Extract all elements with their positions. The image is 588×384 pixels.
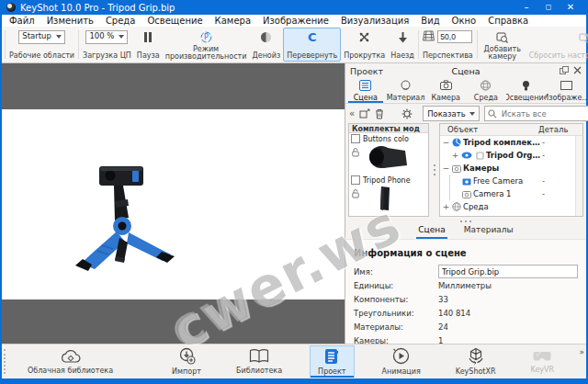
keyshot-model-icon: [452, 138, 461, 147]
ribbon-overflow-button[interactable]: »: [579, 347, 584, 356]
tree-row-label: Camera 1: [473, 189, 511, 198]
perspective-input[interactable]: [437, 30, 472, 43]
column-object[interactable]: Объект: [447, 125, 538, 134]
tree-row-model-set[interactable]: − Tripod комплект модели -: [440, 136, 582, 149]
project-tabs: Сцена Материал Камера Среда Освещение: [345, 78, 586, 104]
scene-subtabs: Сцена Материалы: [345, 225, 586, 239]
library-icon: [249, 348, 269, 366]
menu-environment[interactable]: Среда: [106, 16, 136, 26]
menu-view[interactable]: Вид: [421, 16, 439, 26]
environment-tab-icon: [480, 80, 492, 93]
info-value: 1: [438, 336, 443, 344]
workspaces-dropdown[interactable]: Startup Рабочие области: [6, 28, 77, 62]
minimize-button[interactable]: –: [515, 0, 537, 15]
ribbon-drag-handle[interactable]: [4, 349, 7, 374]
close-button[interactable]: ✕: [560, 0, 582, 15]
expand-icon[interactable]: +: [442, 202, 450, 211]
visibility-eye-icon[interactable]: [461, 152, 472, 159]
tripod-grip-model[interactable]: [72, 164, 182, 283]
splitter-handle[interactable]: [431, 123, 437, 217]
tab-label: Освещение: [506, 94, 547, 102]
lock-icon[interactable]: [352, 185, 359, 202]
horizontal-splitter[interactable]: [345, 217, 586, 225]
collapse-icon[interactable]: −: [442, 164, 450, 173]
tree-row-label: Камеры: [463, 164, 499, 173]
model-sets-header: Комплекты мод: [349, 124, 428, 133]
expand-icon[interactable]: +: [451, 151, 459, 160]
ribbon-item-label: KeyVR: [531, 366, 555, 374]
show-filter-label: Показать: [427, 109, 466, 119]
menu-lighting[interactable]: Освещение: [147, 16, 202, 26]
add-camera-label: Добавить камеру: [481, 46, 524, 61]
tree-row-tripod-organized[interactable]: + Tripod Organized -: [449, 149, 582, 162]
ribbon-item-cloud-library[interactable]: Облачная библиотека: [20, 346, 120, 378]
ribbon-item-import[interactable]: Импорт: [164, 346, 209, 378]
scene-tree-toolbar: « Показать: [345, 104, 586, 123]
tab-environment[interactable]: Среда: [466, 78, 506, 103]
collapse-icon[interactable]: −: [442, 138, 450, 147]
tree-row-label: Среда: [463, 202, 489, 211]
menu-render[interactable]: Визуализация: [341, 16, 409, 26]
tree-row-camera-1[interactable]: Camera 1 -: [449, 187, 582, 200]
model-set-item[interactable]: Buttons colo: [349, 133, 428, 175]
ribbon-item-animation[interactable]: Анимация: [375, 346, 428, 378]
reset-camera-icon: [579, 29, 588, 44]
menu-camera[interactable]: Камера: [215, 16, 251, 26]
ribbon-item-library[interactable]: Библиотека: [229, 346, 289, 378]
performance-mode-button[interactable]: P Режим производительности: [163, 28, 250, 62]
undock-panel-icon[interactable]: [560, 66, 569, 76]
model-set-checkbox[interactable]: [351, 175, 360, 185]
maximize-button[interactable]: ◻: [537, 0, 560, 15]
tree-row-free-camera[interactable]: Free Camera -: [449, 175, 582, 187]
column-detail[interactable]: Деталь: [538, 125, 579, 134]
separator: [418, 30, 419, 59]
info-row-name: Имя:: [354, 265, 578, 278]
dolly-button[interactable]: Наезд: [388, 28, 417, 62]
tab-image[interactable]: Изображе...: [546, 78, 586, 103]
cpu-usage-dropdown[interactable]: 100 % Загрузка ЦП: [80, 28, 134, 62]
tree-row-environment[interactable]: + Среда: [440, 200, 582, 213]
menu-file[interactable]: Файл: [9, 16, 35, 26]
tab-camera[interactable]: Камера: [425, 78, 466, 103]
realtime-viewport[interactable]: [2, 63, 345, 344]
subtab-scene[interactable]: Сцена: [416, 225, 447, 239]
model-set-item[interactable]: Tripod Phone: [349, 175, 428, 216]
import-icon: [178, 347, 196, 367]
ribbon-item-keyshotxr[interactable]: KeyShotXR: [448, 346, 503, 378]
window-controls: – ◻ ✕: [515, 0, 582, 15]
denoise-button[interactable]: Денойз: [249, 28, 283, 62]
pause-button[interactable]: Пауза: [134, 28, 163, 62]
chevron-down-icon: [469, 112, 475, 116]
model-set-checkbox[interactable]: [351, 134, 360, 143]
tab-material[interactable]: Материал: [386, 78, 426, 103]
chevron-down-icon: [119, 35, 124, 39]
menu-edit[interactable]: Изменить: [47, 16, 94, 26]
scene-name-input[interactable]: [438, 265, 578, 278]
delete-icon[interactable]: [375, 108, 384, 119]
lock-icon[interactable]: [352, 143, 359, 161]
tumble-button[interactable]: Прокрутка: [341, 28, 388, 62]
search-box: [484, 106, 588, 121]
add-camera-button[interactable]: Добавить камеру: [479, 28, 526, 62]
close-panel-icon[interactable]: [573, 66, 582, 76]
tree-row-cameras[interactable]: − Камеры: [440, 162, 582, 175]
scrollbar[interactable]: [575, 136, 582, 216]
tab-lighting[interactable]: Освещение: [506, 78, 547, 103]
show-filter-dropdown[interactable]: Показать: [423, 106, 480, 121]
menu-image[interactable]: Изображение: [263, 16, 329, 26]
gear-icon[interactable]: [401, 108, 413, 119]
chevron-down-icon: [56, 35, 62, 39]
search-input[interactable]: [500, 108, 588, 119]
tab-scene[interactable]: Сцена: [345, 78, 386, 103]
ribbon-item-project[interactable]: Проект: [310, 345, 354, 378]
subtab-materials[interactable]: Материалы: [462, 225, 515, 239]
info-value: 33: [438, 295, 448, 304]
add-model-set-icon[interactable]: [359, 108, 370, 119]
menu-help[interactable]: Справка: [488, 16, 528, 26]
menu-window[interactable]: Окно: [452, 16, 477, 26]
model-set-label: Buttons colo: [363, 135, 409, 143]
collapse-panel-icon[interactable]: «: [349, 108, 355, 119]
active-camera-icon: [462, 177, 471, 186]
info-label: Единицы:: [354, 281, 438, 290]
flip-button[interactable]: C Перевернуть: [283, 28, 341, 62]
